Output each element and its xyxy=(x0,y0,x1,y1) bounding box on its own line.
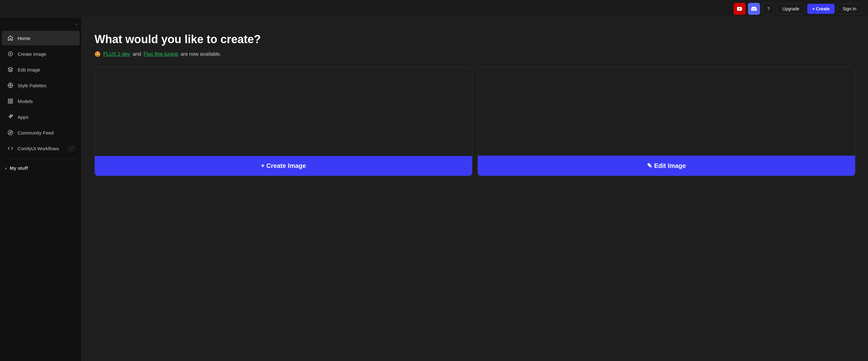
sidebar-item-edit-image-label: Edit Image xyxy=(18,67,40,72)
my-stuff-label: My stuff xyxy=(10,166,28,171)
signin-button[interactable]: Sign In xyxy=(837,3,862,14)
create-image-card: + Create Image xyxy=(94,67,472,176)
help-icon: ? xyxy=(767,6,770,11)
grid-icon xyxy=(7,98,14,104)
create-image-preview xyxy=(95,67,472,156)
cards-row: + Create Image ✎ Edit Image xyxy=(94,67,856,176)
page-title: What would you like to create? xyxy=(94,33,856,46)
home-icon xyxy=(7,35,14,41)
discord-icon xyxy=(751,7,757,11)
main-content: What would you like to create? 🤩 FLUX.1-… xyxy=(82,18,868,361)
sidebar-item-community-feed-label: Community Feed xyxy=(18,130,54,136)
edit-image-card: ✎ Edit Image xyxy=(477,67,856,176)
compass-icon xyxy=(7,129,14,136)
sidebar-divider xyxy=(5,159,76,159)
sidebar-item-models-label: Models xyxy=(18,99,33,104)
sidebar: ‹ Home Create Image xyxy=(0,18,82,361)
announcement: 🤩 FLUX.1-dev and Flux fine-tuning are no… xyxy=(94,51,856,57)
external-link-icon: ↗ xyxy=(68,146,75,151)
youtube-icon xyxy=(737,7,742,11)
sidebar-item-community-feed[interactable]: Community Feed xyxy=(2,125,80,140)
sidebar-item-apps[interactable]: Apps xyxy=(2,110,80,124)
help-button[interactable]: ? xyxy=(763,3,774,15)
sidebar-item-apps-label: Apps xyxy=(18,114,28,120)
announcement-conjunction: and xyxy=(133,51,141,57)
expand-icon: › xyxy=(5,166,7,171)
sidebar-item-models[interactable]: Models xyxy=(2,94,80,108)
svg-rect-13 xyxy=(11,102,12,103)
svg-point-5 xyxy=(10,85,11,86)
sidebar-item-comfyui-workflows[interactable]: ComfyUI Workflows ↗ xyxy=(2,141,80,156)
sidebar-item-create-image-label: Create Image xyxy=(18,51,46,57)
svg-marker-3 xyxy=(8,67,13,70)
create-image-button[interactable]: + Create Image xyxy=(95,156,472,176)
youtube-button[interactable] xyxy=(734,3,745,15)
svg-rect-11 xyxy=(11,99,12,100)
main-layout: ‹ Home Create Image xyxy=(0,18,868,361)
layers-icon xyxy=(7,66,14,73)
sidebar-item-comfyui-workflows-label: ComfyUI Workflows xyxy=(18,146,59,151)
sidebar-collapse-button[interactable]: ‹ xyxy=(0,18,82,30)
flux-dev-link[interactable]: FLUX.1-dev xyxy=(103,51,130,57)
header: ? Upgrade + Create Sign In xyxy=(0,0,868,18)
flux-tuning-link[interactable]: Flux fine-tuning xyxy=(144,51,178,57)
sparkle-icon xyxy=(7,113,14,120)
header-actions: ? Upgrade + Create Sign In xyxy=(734,3,862,15)
svg-marker-15 xyxy=(9,132,11,133)
announcement-emoji: 🤩 xyxy=(94,51,101,57)
svg-rect-12 xyxy=(8,102,10,103)
header-create-button[interactable]: + Create xyxy=(807,4,835,14)
sidebar-item-my-stuff[interactable]: › My stuff xyxy=(0,161,82,175)
sidebar-item-style-palettes-label: Style Palettes xyxy=(18,83,46,88)
sidebar-item-edit-image[interactable]: Edit Image xyxy=(2,62,80,77)
upgrade-button[interactable]: Upgrade xyxy=(777,3,805,14)
sidebar-item-home[interactable]: Home xyxy=(2,31,80,46)
palette-icon xyxy=(7,82,14,89)
edit-image-preview xyxy=(478,67,855,156)
edit-image-button[interactable]: ✎ Edit Image xyxy=(478,156,855,176)
sidebar-item-home-label: Home xyxy=(18,36,30,41)
plus-circle-icon xyxy=(7,51,14,57)
code-icon xyxy=(7,145,14,152)
sidebar-item-style-palettes[interactable]: Style Palettes xyxy=(2,78,80,93)
svg-rect-10 xyxy=(8,99,10,100)
discord-button[interactable] xyxy=(748,3,760,15)
announcement-suffix: are now available. xyxy=(181,51,221,57)
svg-point-14 xyxy=(8,130,13,135)
sidebar-item-create-image[interactable]: Create Image xyxy=(2,47,80,61)
chevron-left-icon: ‹ xyxy=(75,22,77,27)
